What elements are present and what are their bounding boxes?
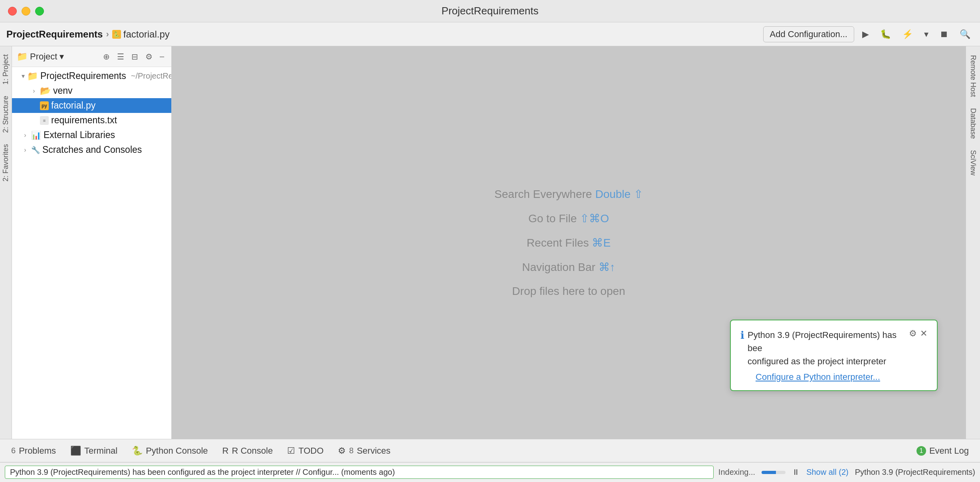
panel-actions: ⊕ ☰ ⊟ ⚙ –	[101, 51, 167, 62]
close-panel-button[interactable]: –	[157, 51, 167, 62]
tree-item-scratches[interactable]: › 🔧 Scratches and Consoles	[12, 142, 171, 157]
tree-item-root[interactable]: ▾ 📁 ProjectRequirements ~/ProjectRequi..…	[12, 69, 171, 83]
python-file-icon: py	[40, 101, 49, 110]
stop-button[interactable]: ⏹	[936, 28, 952, 41]
chevron-down-icon: ▾	[22, 72, 25, 80]
locate-file-button[interactable]: ⊕	[101, 51, 112, 62]
notification-settings-button[interactable]: ⚙	[909, 328, 917, 339]
tree-item-requirements[interactable]: ≡ requirements.txt	[12, 113, 171, 128]
status-right: Indexing... ⏸ Show all (2) Python 3.9 (P…	[718, 468, 975, 477]
notification-line1: Python 3.9 (ProjectRequirements) has bee	[748, 330, 897, 353]
event-log-tab[interactable]: 1 Event Log	[910, 443, 975, 458]
problems-label: Problems	[19, 446, 56, 456]
todo-tab[interactable]: ☑ TODO	[281, 443, 330, 458]
hint4-key: ⌘↑	[599, 261, 615, 274]
terminal-icon: ⬛	[70, 446, 81, 456]
right-tab-sciview[interactable]: SciView	[967, 144, 979, 181]
status-bar: Python 3.9 (ProjectRequirements) has bee…	[0, 462, 980, 482]
bottom-toolbar: 6 Problems ⬛ Terminal 🐍 Python Console R…	[0, 439, 980, 462]
tree-item-external-libraries[interactable]: › 📊 External Libraries	[12, 128, 171, 142]
event-log-badge: 1	[917, 446, 926, 456]
notification-line2: configured as the project interpreter	[748, 356, 886, 366]
r-console-icon: R	[222, 446, 229, 456]
venv-folder-icon: 📂	[40, 86, 51, 96]
pause-icon[interactable]: ⏸	[792, 468, 800, 477]
minimize-button[interactable]	[22, 7, 30, 16]
info-icon: ℹ	[740, 329, 744, 342]
indexing-progress-bar	[762, 471, 786, 474]
txt-file-icon: ≡	[40, 116, 49, 125]
show-all-link[interactable]: Show all (2)	[806, 468, 849, 477]
right-tab-remote-host[interactable]: Remote Host	[967, 49, 979, 103]
interpreter-info[interactable]: Python 3.9 (ProjectRequirements)	[855, 468, 975, 477]
project-root-label: ProjectRequirements	[40, 71, 126, 81]
debug-button[interactable]: 🐛	[877, 28, 894, 41]
services-tab[interactable]: ⚙ 8 Services	[331, 443, 397, 458]
scroll-from-source-button[interactable]: ☰	[115, 51, 127, 62]
panel-header: 📁 Project ▾ ⊕ ☰ ⊟ ⚙ –	[12, 46, 171, 67]
indexing-label: Indexing...	[718, 468, 755, 477]
hint4-text: Navigation Bar	[522, 261, 595, 274]
python-console-tab[interactable]: 🐍 Python Console	[125, 443, 214, 458]
terminal-label: Terminal	[84, 446, 117, 456]
add-configuration-button[interactable]: Add Configuration...	[763, 26, 854, 42]
requirements-label: requirements.txt	[51, 115, 117, 126]
run-button[interactable]: ▶	[859, 28, 872, 41]
title-bar: ProjectRequirements	[0, 0, 980, 22]
profile-dropdown-button[interactable]: ▾	[921, 28, 932, 41]
external-libraries-icon: 📊	[31, 130, 41, 140]
sidebar-tab-project[interactable]: 1: Project	[0, 49, 12, 89]
terminal-tab[interactable]: ⬛ Terminal	[64, 443, 124, 458]
notification-text: Python 3.9 (ProjectRequirements) has bee…	[748, 328, 906, 368]
breadcrumb-file[interactable]: 🐍 factorial.py	[112, 29, 170, 40]
navigation-bar-hint: Navigation Bar ⌘↑	[522, 261, 615, 274]
editor-area: Search Everywhere Double ⇧ Go to File ⇧⌘…	[172, 46, 966, 439]
services-icon: ⚙	[338, 446, 346, 456]
tree-item-factorial[interactable]: py factorial.py	[12, 98, 171, 113]
todo-label: TODO	[298, 446, 323, 456]
panel-title: 📁 Project ▾	[17, 51, 64, 62]
services-num: 8	[349, 446, 353, 455]
python-console-icon: 🐍	[132, 446, 143, 456]
options-button[interactable]: ⚙	[143, 51, 155, 62]
hint2-text: Go to File	[528, 212, 577, 225]
configure-interpreter-link[interactable]: Configure a Python interpreter...	[756, 372, 927, 382]
python-console-label: Python Console	[146, 446, 208, 456]
scratches-label: Scratches and Consoles	[42, 144, 142, 155]
problems-num: 6	[11, 446, 16, 455]
coverage-button[interactable]: ⚡	[899, 28, 916, 41]
root-path: ~/ProjectRequi...	[131, 71, 171, 81]
project-folder-icon: 📁	[27, 71, 38, 81]
traffic-lights	[8, 7, 44, 16]
breadcrumb-separator: ›	[106, 29, 109, 40]
right-tab-database[interactable]: Database	[967, 103, 979, 144]
collapse-all-button[interactable]: ⊟	[129, 51, 141, 62]
tree-item-venv[interactable]: › 📂 venv	[12, 83, 171, 98]
sidebar-tab-structure[interactable]: 2: Structure	[0, 91, 12, 138]
factorial-label: factorial.py	[51, 100, 95, 111]
breadcrumb: ProjectRequirements › 🐍 factorial.py	[6, 29, 170, 40]
notification-close-button[interactable]: ✕	[920, 328, 927, 339]
panel-dropdown-arrow[interactable]: ▾	[60, 51, 64, 62]
drop-files-hint: Drop files here to open	[512, 285, 625, 298]
recent-files-hint: Recent Files ⌘E	[527, 236, 611, 249]
chevron-right-ext: ›	[22, 132, 29, 139]
goto-file-hint: Go to File ⇧⌘O	[528, 212, 609, 225]
scratches-icon: 🔧	[31, 146, 40, 154]
breadcrumb-project[interactable]: ProjectRequirements	[6, 29, 103, 40]
notification-actions: ⚙ ✕	[909, 328, 927, 339]
maximize-button[interactable]	[35, 7, 44, 16]
hint2-key: ⇧⌘O	[580, 212, 609, 225]
status-message: Python 3.9 (ProjectRequirements) has bee…	[5, 466, 714, 479]
main-toolbar: ProjectRequirements › 🐍 factorial.py Add…	[0, 22, 980, 46]
r-console-tab[interactable]: R R Console	[216, 443, 280, 458]
search-everywhere-hint: Search Everywhere Double ⇧	[494, 188, 643, 201]
sidebar-tab-favorites[interactable]: 2: Favorites	[0, 139, 12, 186]
hint1-key: Double ⇧	[595, 188, 643, 201]
problems-tab[interactable]: 6 Problems	[5, 443, 62, 458]
notification-popup: ℹ Python 3.9 (ProjectRequirements) has b…	[730, 320, 938, 391]
close-button[interactable]	[8, 7, 17, 16]
hint5-text: Drop files here to open	[512, 285, 625, 298]
chevron-right-icon: ›	[30, 87, 38, 95]
search-everywhere-button[interactable]: 🔍	[956, 28, 974, 41]
